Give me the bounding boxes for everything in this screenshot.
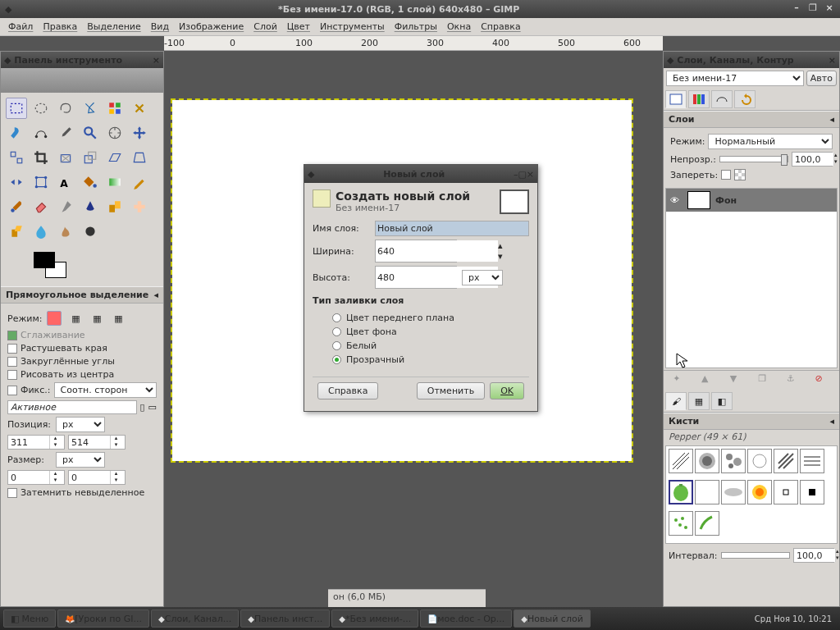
brush-item[interactable] — [721, 480, 746, 504]
tool-paths[interactable] — [30, 122, 52, 144]
size-h-input[interactable] — [69, 471, 110, 484]
tab-layers-icon[interactable] — [665, 90, 687, 108]
size-w-input[interactable] — [8, 471, 49, 484]
landscape-icon[interactable]: ▭ — [148, 402, 157, 413]
tab-channels-icon[interactable] — [688, 90, 710, 108]
raise-layer-icon[interactable]: ▲ — [701, 373, 716, 388]
mode-add-icon[interactable]: ▦ — [68, 311, 83, 326]
fg-color-swatch[interactable] — [34, 252, 55, 268]
tab-patterns-icon[interactable]: ▦ — [688, 392, 710, 410]
brush-item[interactable] — [721, 449, 746, 473]
layers-header[interactable]: Слои◂ — [664, 111, 839, 128]
tool-ellipse-select[interactable] — [30, 98, 52, 119]
ok-button[interactable]: OK — [490, 382, 524, 399]
tool-paintbrush[interactable] — [6, 196, 27, 217]
brush-item[interactable] — [800, 449, 824, 473]
tool-rotate[interactable] — [55, 147, 76, 168]
layer-list[interactable]: 👁 Фон — [665, 188, 838, 368]
lock-pixels-checkbox[interactable] — [721, 170, 731, 180]
width-input[interactable] — [376, 240, 498, 262]
tab-paths-icon[interactable] — [711, 90, 733, 108]
arrow-icon[interactable]: ◂ — [829, 416, 834, 427]
help-button[interactable]: Справка — [317, 382, 378, 399]
mode-subtract-icon[interactable]: ▦ — [89, 311, 104, 326]
antialias-checkbox[interactable] — [7, 331, 17, 340]
tool-heal[interactable] — [129, 196, 150, 217]
toolbox-close-icon[interactable]: × — [153, 55, 160, 66]
layer-name-input[interactable] — [375, 221, 529, 236]
fixed-checkbox[interactable] — [7, 386, 17, 395]
opacity-input[interactable] — [792, 153, 833, 166]
visibility-icon[interactable]: 👁 — [666, 195, 682, 206]
menu-windows[interactable]: Окна — [447, 21, 471, 32]
interval-slider[interactable] — [721, 552, 790, 559]
pos-x-input[interactable] — [8, 436, 49, 449]
dialog-close-icon[interactable]: × — [527, 169, 534, 180]
mode-replace-icon[interactable] — [47, 311, 62, 326]
tool-cage[interactable] — [30, 171, 52, 193]
cancel-button[interactable]: Отменить — [417, 382, 485, 399]
brush-item[interactable] — [747, 480, 772, 504]
brush-item[interactable] — [669, 511, 693, 536]
duplicate-layer-icon[interactable]: ❐ — [758, 373, 773, 388]
lock-alpha-icon[interactable] — [734, 169, 746, 180]
pos-unit[interactable]: px — [56, 417, 105, 432]
tool-flip[interactable] — [6, 171, 27, 193]
tool-eraser[interactable] — [30, 196, 52, 217]
shade-checkbox[interactable] — [7, 488, 17, 498]
tab-undo-icon[interactable] — [734, 90, 756, 108]
tool-align[interactable] — [6, 147, 27, 168]
start-menu[interactable]: ◧ Меню — [3, 609, 56, 628]
tool-dodge[interactable] — [80, 221, 101, 242]
toolbox-title[interactable]: ◆ Панель инструменто × — [1, 52, 163, 68]
brush-item[interactable] — [669, 449, 693, 473]
tool-perspective[interactable] — [129, 147, 150, 168]
feather-checkbox[interactable] — [7, 344, 17, 354]
tool-crop[interactable] — [30, 147, 52, 168]
tool-zoom[interactable] — [80, 122, 101, 144]
tool-ink[interactable] — [80, 196, 101, 217]
interval-input[interactable] — [794, 549, 835, 562]
menu-select[interactable]: Выделение — [87, 21, 141, 32]
tool-scale[interactable] — [80, 147, 101, 168]
layers-dock-title[interactable]: ◆ Слои, Каналы, Контур × — [664, 52, 839, 68]
tool-smudge[interactable] — [55, 221, 76, 242]
tool-move[interactable] — [129, 122, 150, 144]
tool-free-select[interactable] — [55, 98, 76, 119]
auto-button[interactable]: Авто — [806, 71, 837, 86]
brush-item[interactable] — [747, 449, 772, 473]
portrait-icon[interactable]: ▯ — [140, 402, 145, 413]
dialog-maximize-icon[interactable]: ▢ — [518, 169, 526, 180]
tool-shear[interactable] — [104, 147, 126, 168]
layers-close-icon[interactable]: × — [829, 55, 836, 66]
menu-help[interactable]: Справка — [481, 21, 520, 32]
taskbar-item[interactable]: ◆ *Без имени-... — [331, 609, 418, 628]
tool-bucket[interactable] — [80, 171, 101, 193]
dialog-titlebar[interactable]: ◆Новый слой – ▢ × — [304, 165, 537, 183]
brush-item[interactable] — [774, 449, 798, 473]
menu-filters[interactable]: Фильтры — [395, 21, 437, 32]
menu-edit[interactable]: Правка — [43, 21, 77, 32]
tool-blend[interactable] — [104, 171, 126, 193]
size-unit[interactable]: px — [56, 452, 105, 468]
menu-file[interactable]: Файл — [8, 21, 33, 32]
delete-layer-icon[interactable]: ⊘ — [815, 373, 830, 388]
taskbar-item[interactable]: ◆ Слои, Канал... — [151, 609, 239, 628]
tool-options-header[interactable]: Прямоугольное выделение ◂ — [1, 286, 163, 304]
pos-y-input[interactable] — [69, 436, 110, 449]
center-checkbox[interactable] — [7, 370, 17, 380]
layer-mode-select[interactable]: Нормальный — [708, 134, 833, 149]
radio-transparent[interactable] — [332, 355, 341, 364]
menu-layer[interactable]: Слой — [253, 21, 277, 32]
brush-grid[interactable] — [665, 445, 838, 544]
tool-text[interactable]: A — [55, 171, 76, 193]
maximize-icon[interactable]: ❐ — [807, 3, 819, 15]
mode-intersect-icon[interactable]: ▦ — [111, 311, 126, 326]
brushes-header[interactable]: Кисти◂ — [664, 413, 839, 430]
taskbar-item[interactable]: 📄 мое.doc - Op... — [420, 609, 512, 628]
opacity-slider[interactable] — [719, 156, 788, 162]
taskbar-item-active[interactable]: ◆ Новый слой — [514, 609, 590, 628]
tool-fuzzy-select[interactable] — [80, 98, 101, 119]
brush-item[interactable] — [695, 480, 719, 504]
minimize-icon[interactable]: – — [791, 3, 802, 15]
